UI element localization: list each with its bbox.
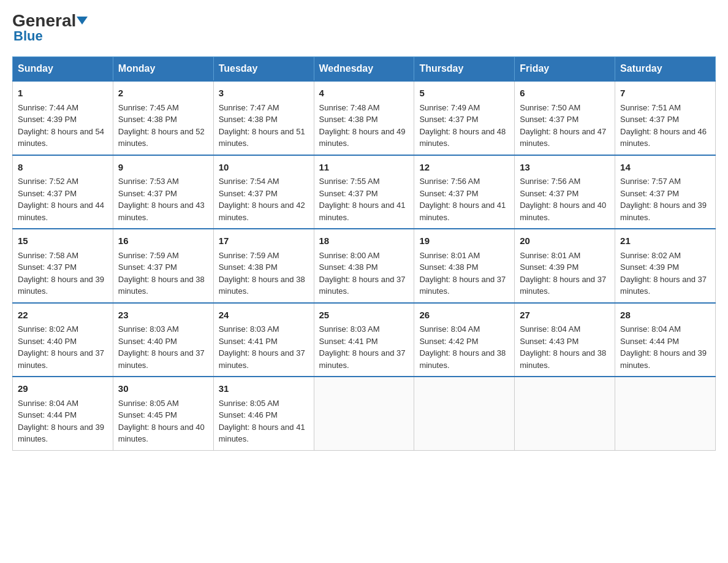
day-info: Sunrise: 7:44 AMSunset: 4:39 PMDaylight:…	[18, 103, 104, 148]
calendar-cell: 5 Sunrise: 7:49 AMSunset: 4:37 PMDayligh…	[414, 81, 515, 155]
day-info: Sunrise: 8:04 AMSunset: 4:43 PMDaylight:…	[520, 324, 606, 370]
day-info: Sunrise: 8:04 AMSunset: 4:44 PMDaylight:…	[18, 399, 104, 444]
calendar-cell: 28 Sunrise: 8:04 AMSunset: 4:44 PMDaylig…	[615, 303, 716, 377]
day-info: Sunrise: 8:04 AMSunset: 4:44 PMDaylight:…	[620, 324, 707, 370]
col-header-friday: Friday	[515, 57, 615, 82]
week-row-4: 22 Sunrise: 8:02 AMSunset: 4:40 PMDaylig…	[13, 303, 716, 377]
day-number: 23	[118, 308, 208, 323]
day-number: 11	[319, 161, 409, 175]
page-header: General Blue	[12, 12, 716, 44]
day-info: Sunrise: 7:48 AMSunset: 4:38 PMDaylight:…	[319, 103, 406, 148]
day-number: 9	[118, 161, 208, 175]
calendar-cell: 22 Sunrise: 8:02 AMSunset: 4:40 PMDaylig…	[13, 303, 113, 377]
calendar-cell: 2 Sunrise: 7:45 AMSunset: 4:38 PMDayligh…	[113, 81, 213, 155]
calendar-cell: 4 Sunrise: 7:48 AMSunset: 4:38 PMDayligh…	[314, 81, 414, 155]
day-number: 29	[18, 382, 108, 396]
day-number: 31	[219, 382, 309, 396]
calendar-cell: 1 Sunrise: 7:44 AMSunset: 4:39 PMDayligh…	[13, 81, 113, 155]
day-info: Sunrise: 7:56 AMSunset: 4:37 PMDaylight:…	[419, 177, 506, 222]
day-number: 12	[419, 161, 509, 175]
col-header-wednesday: Wednesday	[314, 57, 414, 82]
calendar-cell: 27 Sunrise: 8:04 AMSunset: 4:43 PMDaylig…	[515, 303, 615, 377]
week-row-5: 29 Sunrise: 8:04 AMSunset: 4:44 PMDaylig…	[13, 377, 716, 450]
calendar-cell	[414, 377, 515, 450]
day-info: Sunrise: 7:52 AMSunset: 4:37 PMDaylight:…	[18, 177, 104, 222]
day-info: Sunrise: 7:55 AMSunset: 4:37 PMDaylight:…	[319, 177, 406, 222]
day-number: 10	[219, 161, 309, 175]
calendar-cell: 13 Sunrise: 7:56 AMSunset: 4:37 PMDaylig…	[515, 155, 615, 229]
day-info: Sunrise: 7:59 AMSunset: 4:38 PMDaylight:…	[219, 251, 305, 296]
day-number: 5	[419, 86, 509, 101]
col-header-thursday: Thursday	[414, 57, 515, 82]
calendar-cell: 10 Sunrise: 7:54 AMSunset: 4:37 PMDaylig…	[213, 155, 314, 229]
day-info: Sunrise: 8:03 AMSunset: 4:40 PMDaylight:…	[118, 324, 205, 370]
calendar-cell: 26 Sunrise: 8:04 AMSunset: 4:42 PMDaylig…	[414, 303, 515, 377]
day-info: Sunrise: 8:02 AMSunset: 4:39 PMDaylight:…	[620, 251, 707, 296]
day-info: Sunrise: 7:47 AMSunset: 4:38 PMDaylight:…	[219, 103, 305, 148]
col-header-tuesday: Tuesday	[213, 57, 314, 82]
calendar-cell: 16 Sunrise: 7:59 AMSunset: 4:37 PMDaylig…	[113, 229, 213, 303]
calendar-cell: 18 Sunrise: 8:00 AMSunset: 4:38 PMDaylig…	[314, 229, 414, 303]
day-info: Sunrise: 7:54 AMSunset: 4:37 PMDaylight:…	[219, 177, 305, 222]
day-number: 6	[520, 86, 610, 101]
col-header-monday: Monday	[113, 57, 213, 82]
day-info: Sunrise: 8:00 AMSunset: 4:38 PMDaylight:…	[319, 251, 406, 296]
day-number: 1	[18, 86, 108, 101]
day-info: Sunrise: 7:56 AMSunset: 4:37 PMDaylight:…	[520, 177, 606, 222]
day-number: 13	[520, 161, 610, 175]
day-number: 24	[219, 308, 309, 323]
calendar-cell: 6 Sunrise: 7:50 AMSunset: 4:37 PMDayligh…	[515, 81, 615, 155]
week-row-1: 1 Sunrise: 7:44 AMSunset: 4:39 PMDayligh…	[13, 81, 716, 155]
day-number: 22	[18, 308, 108, 323]
calendar-cell: 3 Sunrise: 7:47 AMSunset: 4:38 PMDayligh…	[213, 81, 314, 155]
calendar-cell	[615, 377, 716, 450]
day-number: 2	[118, 86, 208, 101]
calendar-cell: 29 Sunrise: 8:04 AMSunset: 4:44 PMDaylig…	[13, 377, 113, 450]
calendar-cell	[515, 377, 615, 450]
day-number: 18	[319, 234, 409, 248]
day-info: Sunrise: 8:01 AMSunset: 4:39 PMDaylight:…	[520, 251, 606, 296]
day-info: Sunrise: 7:59 AMSunset: 4:37 PMDaylight:…	[118, 251, 205, 296]
day-info: Sunrise: 7:58 AMSunset: 4:37 PMDaylight:…	[18, 251, 104, 296]
day-info: Sunrise: 7:45 AMSunset: 4:38 PMDaylight:…	[118, 103, 205, 148]
day-info: Sunrise: 7:57 AMSunset: 4:37 PMDaylight:…	[620, 177, 707, 222]
day-info: Sunrise: 8:03 AMSunset: 4:41 PMDaylight:…	[319, 324, 406, 370]
logo: General Blue	[12, 12, 88, 44]
calendar-cell: 19 Sunrise: 8:01 AMSunset: 4:38 PMDaylig…	[414, 229, 515, 303]
day-number: 16	[118, 234, 208, 248]
day-number: 3	[219, 86, 309, 101]
day-number: 19	[419, 234, 509, 248]
day-info: Sunrise: 7:53 AMSunset: 4:37 PMDaylight:…	[118, 177, 205, 222]
logo-general: General	[12, 12, 88, 29]
day-info: Sunrise: 8:05 AMSunset: 4:45 PMDaylight:…	[118, 399, 205, 444]
day-number: 26	[419, 308, 509, 323]
day-info: Sunrise: 8:02 AMSunset: 4:40 PMDaylight:…	[18, 324, 104, 370]
calendar-cell: 25 Sunrise: 8:03 AMSunset: 4:41 PMDaylig…	[314, 303, 414, 377]
day-number: 7	[620, 86, 710, 101]
day-number: 4	[319, 86, 409, 101]
day-info: Sunrise: 7:51 AMSunset: 4:37 PMDaylight:…	[620, 103, 707, 148]
calendar-header-row: SundayMondayTuesdayWednesdayThursdayFrid…	[13, 57, 716, 82]
calendar-cell	[314, 377, 414, 450]
day-number: 28	[620, 308, 710, 323]
calendar-cell: 21 Sunrise: 8:02 AMSunset: 4:39 PMDaylig…	[615, 229, 716, 303]
day-number: 8	[18, 161, 108, 175]
day-info: Sunrise: 7:49 AMSunset: 4:37 PMDaylight:…	[419, 103, 506, 148]
day-number: 17	[219, 234, 309, 248]
day-info: Sunrise: 8:01 AMSunset: 4:38 PMDaylight:…	[419, 251, 506, 296]
col-header-sunday: Sunday	[13, 57, 113, 82]
calendar-cell: 24 Sunrise: 8:03 AMSunset: 4:41 PMDaylig…	[213, 303, 314, 377]
week-row-2: 8 Sunrise: 7:52 AMSunset: 4:37 PMDayligh…	[13, 155, 716, 229]
calendar-cell: 14 Sunrise: 7:57 AMSunset: 4:37 PMDaylig…	[615, 155, 716, 229]
day-info: Sunrise: 8:05 AMSunset: 4:46 PMDaylight:…	[219, 399, 305, 444]
day-info: Sunrise: 8:04 AMSunset: 4:42 PMDaylight:…	[419, 324, 506, 370]
col-header-saturday: Saturday	[615, 57, 716, 82]
calendar-cell: 11 Sunrise: 7:55 AMSunset: 4:37 PMDaylig…	[314, 155, 414, 229]
day-number: 14	[620, 161, 710, 175]
calendar-cell: 31 Sunrise: 8:05 AMSunset: 4:46 PMDaylig…	[213, 377, 314, 450]
day-number: 21	[620, 234, 710, 248]
day-number: 25	[319, 308, 409, 323]
calendar-cell: 15 Sunrise: 7:58 AMSunset: 4:37 PMDaylig…	[13, 229, 113, 303]
calendar-cell: 23 Sunrise: 8:03 AMSunset: 4:40 PMDaylig…	[113, 303, 213, 377]
calendar-cell: 7 Sunrise: 7:51 AMSunset: 4:37 PMDayligh…	[615, 81, 716, 155]
